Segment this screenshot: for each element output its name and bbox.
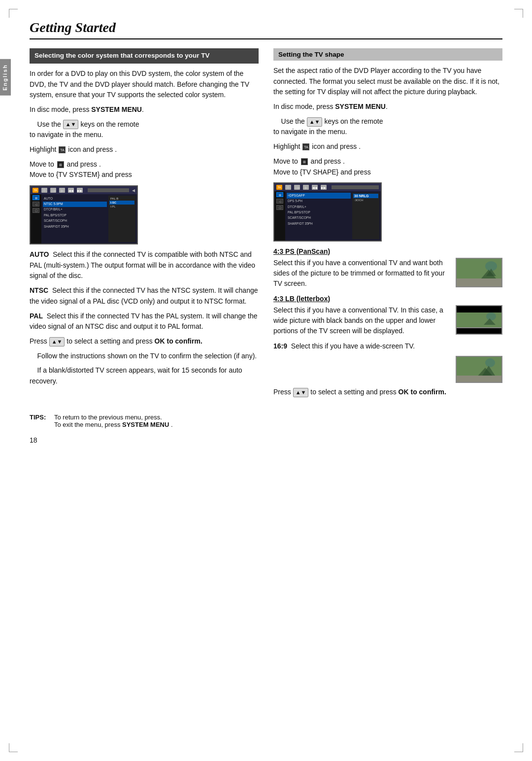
nav-keys-left: ▲▼ bbox=[63, 120, 79, 129]
menu-icon-5: ◀◀ bbox=[68, 188, 74, 193]
blank-distorted-text: If a blank/distorted TV screen appears, … bbox=[30, 365, 259, 386]
right-section-header: Setting the TV shape bbox=[273, 48, 502, 61]
page-title: Getting Started bbox=[30, 20, 502, 39]
menu-top-bar-left: TA □ ⋮▷ ▷ ◀◀ ▶▶ ◀ bbox=[31, 186, 137, 194]
menu-item-r5: SCART/SCOPH bbox=[287, 215, 351, 221]
menu-ta-icon: TA bbox=[33, 188, 38, 193]
press-select-right: Press ▲▼ to select a setting and press O… bbox=[273, 387, 502, 398]
menu-icon-3: ⋮▷ bbox=[50, 188, 56, 193]
menu-item-scart: SHARP/DT 35PH bbox=[43, 224, 107, 229]
menu-item-r3: DTCP/BR/L+ bbox=[287, 204, 351, 209]
menu-item-r6: SHARP/DT 35PH bbox=[287, 221, 351, 226]
menu-item-r2: DPS 5-PH bbox=[287, 199, 351, 204]
nav-keys-right: ▲▼ bbox=[307, 117, 323, 127]
tip2: To exit the menu, press SYSTEM MENU . bbox=[54, 421, 173, 428]
ntsc-label: NTSC bbox=[30, 286, 48, 294]
menu-icon-r4: ▷ bbox=[303, 185, 309, 190]
pal-label: PAL bbox=[30, 312, 43, 320]
letterbox-section: 4:3 LB (letterbox) Select this if you ha… bbox=[273, 295, 502, 336]
nav-keys-select-left: ▲▼ bbox=[49, 337, 65, 346]
follow-text: Follow the instructions shown on the TV … bbox=[30, 351, 259, 362]
menu-sub-item-3: I:PL bbox=[109, 205, 134, 208]
sidebar-icon-active: ⊞ bbox=[33, 195, 39, 200]
corner-mark-bl bbox=[9, 743, 18, 752]
use-keys-right: Use the ▲▼ keys on the remote to navigat… bbox=[273, 116, 502, 138]
sidebar-icon-3: ☐ bbox=[33, 208, 39, 213]
right-column: Setting the TV shape Set the aspect rati… bbox=[273, 48, 502, 402]
menu-content-right: =DPSGAFP DPS 5-PH DTCP/BR/L+ PAL BPS/STO… bbox=[285, 191, 381, 241]
letterbox-row: Select this if you have a conventional T… bbox=[273, 305, 502, 336]
menu-sub-left: PAL B I:SC I:PL bbox=[108, 196, 135, 242]
panscan-header: 4:3 PS (PanScan) bbox=[273, 247, 502, 255]
letterbox-image bbox=[456, 305, 502, 335]
widescreen-label: 16:9 bbox=[273, 342, 287, 350]
menu-content-left: AUTO NTSC 5-9PM DTCP/BR/L+ PAL BPS/STOP … bbox=[41, 194, 137, 243]
svg-point-6 bbox=[486, 312, 496, 320]
panscan-text: Select this if you have a conventional T… bbox=[273, 258, 452, 289]
letterbox-header: 4:3 LB (letterbox) bbox=[273, 295, 502, 303]
system-menu-bold-left: SYSTEM MENU bbox=[91, 105, 142, 113]
tips-system-menu: SYSTEM MENU bbox=[122, 421, 169, 428]
panscan-svg bbox=[457, 259, 501, 286]
svg-rect-12 bbox=[457, 376, 501, 382]
dvd-menu-right: TA □ ⋮▷ ▷ ◀◀ ▶▶ ⊞ ◁ ☐ =DP bbox=[273, 182, 382, 242]
menu-icon-r6: ▶▶ bbox=[321, 185, 327, 190]
panscan-row: Select this if you have a conventional T… bbox=[273, 258, 502, 289]
menu-body-right: ⊞ ◁ ☐ =DPSGAFP DPS 5-PH DTCP/BR/L+ PAL B… bbox=[274, 191, 381, 241]
highlight-left: Highlight TA icon and press . bbox=[30, 144, 259, 155]
menu-item-auto: AUTO bbox=[43, 196, 107, 201]
ta-icon-right: TA bbox=[302, 143, 309, 150]
menu-sub-item-active: I:SC bbox=[109, 201, 134, 205]
move-to-right: Move to ⊞ and press . Move to {TV SHAPE}… bbox=[273, 156, 502, 177]
highlight-right: Highlight TA icon and press . bbox=[273, 141, 502, 152]
sidebar-icon-r2: ◁ bbox=[276, 199, 283, 204]
menu-progress-bar bbox=[88, 188, 129, 192]
ok-confirm-left: OK to confirm. bbox=[155, 337, 202, 345]
menu-progress-bar-r bbox=[332, 185, 379, 189]
auto-label: AUTO bbox=[30, 250, 49, 258]
menu-item-r4: PAL BPS/STOP bbox=[287, 210, 351, 215]
menu-sub-r-active: 30 NRLG bbox=[353, 194, 378, 198]
ok-confirm-right: OK to confirm. bbox=[399, 388, 446, 396]
menu-arrow-right: ◀ bbox=[132, 188, 135, 193]
panscan-image bbox=[456, 258, 502, 287]
svg-point-9 bbox=[485, 358, 495, 367]
disc-mode-text-left: In disc mode, press SYSTEM MENU. bbox=[30, 104, 259, 115]
menu-sidebar-left: ⊞ ◁ ☐ bbox=[31, 194, 41, 243]
widescreen-svg bbox=[457, 357, 501, 382]
menu-item-r1: =DPSGAFP bbox=[287, 193, 351, 198]
menu-icon-4: ▷ bbox=[59, 188, 65, 193]
menu-item-pal: DTCP/BR/L+ bbox=[43, 207, 107, 212]
menu-icon-r3: ⋮▷ bbox=[294, 185, 300, 190]
bracket-icon-left: ⊞ bbox=[57, 161, 64, 168]
menu-icon-6: ▶▶ bbox=[77, 188, 83, 193]
menu-list-right: =DPSGAFP DPS 5-PH DTCP/BR/L+ PAL BPS/STO… bbox=[287, 193, 351, 239]
menu-sub-r2: :3OCH bbox=[353, 198, 378, 202]
ntsc-text: NTSC Select this if the connected TV has… bbox=[30, 285, 259, 307]
panscan-section: 4:3 PS (PanScan) Select this if you have… bbox=[273, 247, 502, 289]
bracket-icon-right: ⊞ bbox=[301, 158, 308, 165]
left-section-header: Selecting the color system that correspo… bbox=[30, 48, 259, 64]
menu-ta-icon-r: TA bbox=[276, 185, 282, 190]
tips-section: TIPS: To return to the previous menu, pr… bbox=[30, 414, 502, 428]
tips-label: TIPS: bbox=[30, 414, 49, 428]
left-column: Selecting the color system that correspo… bbox=[30, 48, 259, 402]
nav-keys-select-right: ▲▼ bbox=[293, 388, 309, 397]
language-tab: English bbox=[0, 59, 11, 96]
letterbox-svg bbox=[457, 312, 501, 327]
widescreen-image bbox=[456, 356, 502, 383]
sidebar-icon-r-active: ⊞ bbox=[276, 192, 283, 197]
tip1: To return to the previous menu, press. bbox=[54, 414, 173, 421]
svg-rect-4 bbox=[457, 278, 501, 286]
pal-text: PAL Select this if the connected TV has … bbox=[30, 311, 259, 332]
menu-item-palb: SCART/SCOPH bbox=[43, 218, 107, 224]
right-intro-text: Set the aspect ratio of the DVD Player a… bbox=[273, 66, 502, 98]
menu-item-ntsc: NTSC 5-9PM bbox=[43, 202, 107, 207]
sidebar-icon-r3: ☐ bbox=[276, 205, 283, 210]
menu-icon-r2: □ bbox=[285, 185, 291, 190]
system-menu-bold-right: SYSTEM MENU bbox=[335, 103, 386, 110]
dvd-menu-left: TA □ ⋮▷ ▷ ◀◀ ▶▶ ◀ ⊞ ◁ ☐ bbox=[30, 185, 138, 244]
menu-item-dtcp: PAL BPS/STOP bbox=[43, 212, 107, 218]
move-to-left: Move to ⊞ and press . Move to {TV SYSTEM… bbox=[30, 159, 259, 180]
press-select-left: Press ▲▼ to select a setting and press O… bbox=[30, 336, 259, 347]
